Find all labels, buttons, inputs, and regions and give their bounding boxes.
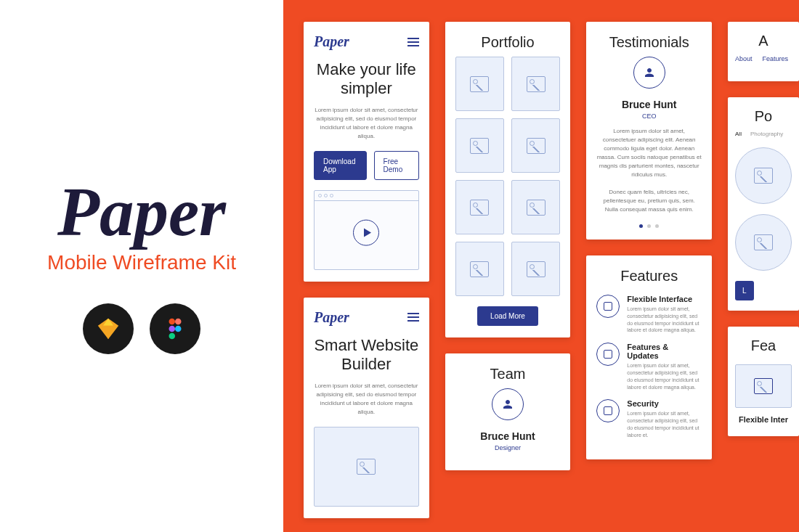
feature-item-title: Flexible Interface (627, 295, 702, 303)
portfolio-item[interactable] (455, 242, 504, 296)
team-role: Designer (455, 444, 561, 451)
tab-features[interactable]: Features (763, 55, 789, 62)
about-screen: A About Features (728, 22, 799, 81)
svg-point-1 (175, 319, 182, 325)
hero-body: Lorem ipsum dolor sit amet, consectetur … (314, 106, 419, 141)
testimonials-title: Testimonials (596, 33, 702, 51)
menu-icon[interactable] (407, 38, 419, 46)
portfolio-item[interactable] (511, 57, 560, 111)
portfolio-title: Portfolio (455, 33, 561, 51)
tab-about[interactable]: About (735, 55, 753, 62)
portfolio2-screen: Po All Photography L (728, 97, 799, 311)
brand-subtitle: Mobile Wireframe Kit (47, 251, 236, 274)
menu-icon[interactable] (407, 313, 419, 322)
feature-icon (596, 343, 620, 366)
filter-photography[interactable]: Photography (750, 131, 783, 137)
left-panel: Paper Mobile Wireframe Kit (0, 0, 283, 532)
feature-item: Flexible InterfaceLorem ipsum dolor sit … (596, 295, 702, 334)
portfolio-circle-item[interactable] (735, 214, 792, 271)
feature-item-body: Lorem ipsum dolor sit amet, consectetur … (627, 306, 702, 334)
load-more-button[interactable]: L (735, 281, 754, 300)
testimonial-body: Lorem ipsum dolor sit amet, consectetuer… (596, 127, 702, 214)
feature2-item-title: Flexible Inter (735, 415, 792, 424)
app-logo: Paper (314, 33, 349, 50)
svg-point-3 (175, 326, 182, 332)
portfolio-item[interactable] (511, 118, 560, 173)
demo-button[interactable]: Free Demo (374, 151, 419, 180)
svg-point-0 (169, 319, 176, 325)
load-more-button[interactable]: Load More (477, 306, 538, 326)
builder-title: Smart Website Builder (314, 336, 419, 375)
avatar-icon (492, 388, 524, 420)
feature-item-title: Security (627, 399, 702, 408)
feature-item-title: Features & Updates (627, 343, 702, 360)
brand-logo: Paper (57, 178, 226, 247)
feature-item: Features & UpdatesLorem ipsum dolor sit … (596, 343, 702, 390)
team-screen: Team Bruce Hunt Designer (445, 353, 571, 470)
testimonials-screen: Testimonials Bruce Hunt CEO Lorem ipsum … (586, 22, 712, 240)
portfolio-item[interactable] (455, 118, 504, 173)
image-placeholder (314, 427, 419, 507)
sketch-icon (83, 303, 134, 354)
preview-panel: Paper Make your life simpler Lorem ipsum… (283, 0, 799, 532)
features-title: Features (596, 267, 702, 285)
testimonial-name: Bruce Hunt (596, 99, 702, 110)
about-title: A (735, 32, 792, 49)
portfolio-item[interactable] (511, 180, 560, 234)
play-icon[interactable] (353, 219, 379, 245)
portfolio2-title: Po (735, 107, 792, 125)
app-logo: Paper (314, 309, 349, 326)
feature-icon (596, 295, 620, 318)
team-title: Team (455, 365, 561, 382)
feature-item-body: Lorem ipsum dolor sit amet, consectetur … (627, 410, 702, 438)
hero-title: Make your life simpler (314, 60, 419, 99)
features-screen: Features Flexible InterfaceLorem ipsum d… (586, 255, 712, 459)
feature-icon (596, 399, 620, 422)
portfolio-filters[interactable]: All Photography (735, 131, 792, 137)
video-placeholder[interactable] (314, 190, 419, 270)
download-button[interactable]: Download App (314, 151, 367, 180)
avatar-icon (633, 57, 665, 89)
feature-image (735, 364, 792, 408)
svg-point-4 (169, 333, 176, 340)
builder-screen: Paper Smart Website Builder Lorem ipsum … (304, 298, 429, 518)
portfolio-item[interactable] (455, 57, 504, 111)
svg-point-2 (169, 326, 176, 332)
feature-item: SecurityLorem ipsum dolor sit amet, cons… (596, 399, 702, 438)
about-tabs[interactable]: About Features (735, 55, 792, 62)
filter-all[interactable]: All (735, 131, 742, 137)
pagination-dots[interactable] (596, 224, 702, 228)
tool-icons (83, 303, 200, 354)
portfolio-circle-item[interactable] (735, 147, 792, 204)
builder-body: Lorem ipsum dolor sit amet, consectetur … (314, 382, 419, 417)
portfolio-screen: Portfolio Load More (445, 22, 571, 337)
features2-screen: Fea Flexible Inter (728, 327, 799, 436)
portfolio-item[interactable] (511, 242, 560, 296)
features2-title: Fea (735, 337, 792, 354)
feature-item-body: Lorem ipsum dolor sit amet, consectetur … (627, 362, 702, 390)
team-name: Bruce Hunt (455, 430, 561, 442)
testimonial-role: CEO (596, 112, 702, 120)
hero-screen: Paper Make your life simpler Lorem ipsum… (304, 22, 429, 282)
portfolio-item[interactable] (455, 180, 504, 234)
figma-icon (150, 303, 200, 354)
